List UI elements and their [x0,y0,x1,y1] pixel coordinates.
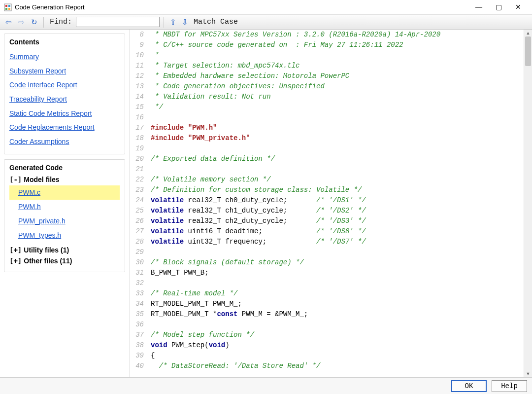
model-file-link[interactable]: PWM.h [9,200,120,214]
code-text: #include "PWM_private.h" [147,133,250,143]
contents-link[interactable]: Code Replacements Report [9,120,120,135]
other-files-heading: Other files (11) [24,257,72,265]
svg-rect-2 [8,5,10,7]
code-text: * MBDT for MPC57xx Series Version : 3.2.… [147,30,440,40]
line-number: 33 [130,288,147,299]
scroll-down-icon[interactable]: ▼ [524,370,532,377]
line-number: 38 [130,340,147,351]
code-text [147,320,151,330]
code-line: 38void PWM_step(void) [130,340,523,351]
code-line: 15 */ [130,102,523,112]
maximize-button[interactable]: ▢ [489,0,508,14]
code-line: 35RT_MODEL_PWM_T *const PWM_M = &PWM_M_; [130,309,523,320]
ok-button[interactable]: OK [451,380,487,392]
other-files-toggle[interactable]: [+]Other files (11) [9,257,120,265]
toolbar: ⇦ ⇨ ↻ Find: ⇧ ⇩ Match Case [0,15,532,30]
code-text: * [147,50,159,61]
line-number: 24 [130,195,147,206]
code-line: 30/* Block signals (default storage) */ [130,257,523,268]
code-text: { [147,351,155,361]
model-files-toggle[interactable]: [-]Model files [9,176,120,183]
line-number: 30 [130,257,147,268]
code-text: volatile real32_T ch2_duty_cycle; /* '/D… [147,216,366,226]
generated-code-heading: Generated Code [9,164,120,172]
line-number: 21 [130,164,147,175]
line-number: 22 [130,175,147,185]
nav-back-button[interactable]: ⇦ [3,17,14,28]
help-button[interactable]: Help [492,380,527,392]
code-text: * Validation result: Not run [147,92,271,102]
code-text: volatile uint32_T frequency; /* '/DS7' *… [147,237,366,247]
line-number: 20 [130,154,147,164]
model-file-link[interactable]: PWM_types.h [9,228,120,243]
code-line: 24volatile real32_T ch0_duty_cycle; /* '… [130,195,523,206]
utility-files-heading: Utility files (1) [24,246,69,254]
code-text: /* DataStoreRead: '/Data Store Read' */ [147,361,320,371]
line-number: 28 [130,237,147,247]
code-line: 27volatile uint16_T deadtime; /* '/DS8' … [130,226,523,237]
code-text: volatile uint16_T deadtime; /* '/DS8' */ [147,226,366,237]
code-line: 10 * [130,50,523,61]
generated-code-panel: Generated Code [-]Model files PWM.cPWM.h… [4,159,125,272]
contents-link[interactable]: Static Code Metrics Report [9,107,120,121]
code-text: /* Volatile memory section */ [147,175,271,185]
line-number: 10 [130,50,147,61]
refresh-button[interactable]: ↻ [29,17,39,28]
expand-icon: [+] [9,246,22,254]
contents-link[interactable]: Subsystem Report [9,64,120,78]
code-line: 37/* Model step function */ [130,330,523,340]
vertical-scrollbar[interactable]: ▲ ▼ [524,30,532,377]
find-next-button[interactable]: ⇩ [180,17,190,27]
code-line: 20/* Exported data definition */ [130,154,523,164]
svg-rect-4 [8,8,10,10]
code-text: void PWM_step(void) [147,340,230,351]
find-label: Find: [50,18,72,26]
code-text: * Code generation objectives: Unspecifie… [147,81,325,92]
code-text: * C/C++ source code generated on : Fri M… [147,40,403,50]
code-text [147,112,151,123]
code-text [147,143,151,154]
line-number: 31 [130,268,147,278]
minimize-button[interactable]: — [469,0,489,14]
code-text: RT_MODEL_PWM_T PWM_M_; [147,299,242,309]
code-line: 39{ [130,351,523,361]
code-text [147,164,151,175]
code-text: B_PWM_T PWM_B; [147,268,209,278]
model-file-link[interactable]: PWM.c [9,185,120,200]
code-line: 17#include "PWM.h" [130,123,523,133]
code-line: 22/* Volatile memory section */ [130,175,523,185]
find-prev-button[interactable]: ⇧ [168,17,178,27]
code-line: 25volatile real32_T ch1_duty_cycle; /* '… [130,206,523,216]
nav-forward-button[interactable]: ⇨ [16,17,27,28]
match-case-toggle[interactable]: Match Case [194,18,238,26]
line-number: 17 [130,123,147,133]
code-line: 34RT_MODEL_PWM_T PWM_M_; [130,299,523,309]
code-text [147,247,151,257]
toolbar-separator [164,17,164,28]
utility-files-toggle[interactable]: [+]Utility files (1) [9,246,120,254]
line-number: 32 [130,278,147,288]
line-number: 36 [130,320,147,330]
scroll-up-icon[interactable]: ▲ [524,30,532,36]
line-number: 40 [130,361,147,371]
code-viewer: 8 * MBDT for MPC57xx Series Version : 3.… [130,30,532,377]
code-line: 13 * Code generation objectives: Unspeci… [130,81,523,92]
code-line: 23/* Definition for custom storage class… [130,185,523,195]
code-text: /* Exported data definition */ [147,154,275,164]
line-number: 12 [130,71,147,81]
model-file-link[interactable]: PWM_private.h [9,214,120,228]
contents-heading: Contents [9,38,120,46]
scrollbar-thumb[interactable] [525,36,531,66]
line-number: 23 [130,185,147,195]
code-line: 9 * C/C++ source code generated on : Fri… [130,40,523,50]
contents-link[interactable]: Coder Assumptions [9,135,120,149]
model-files-heading: Model files [24,176,59,183]
line-number: 16 [130,112,147,123]
close-button[interactable]: ✕ [508,0,528,14]
find-input[interactable] [76,17,160,27]
line-number: 8 [130,30,147,40]
contents-link[interactable]: Code Interface Report [9,78,120,92]
contents-link[interactable]: Traceability Report [9,92,120,107]
contents-link[interactable]: Summary [9,50,120,64]
code-scroll[interactable]: 8 * MBDT for MPC57xx Series Version : 3.… [130,30,523,377]
